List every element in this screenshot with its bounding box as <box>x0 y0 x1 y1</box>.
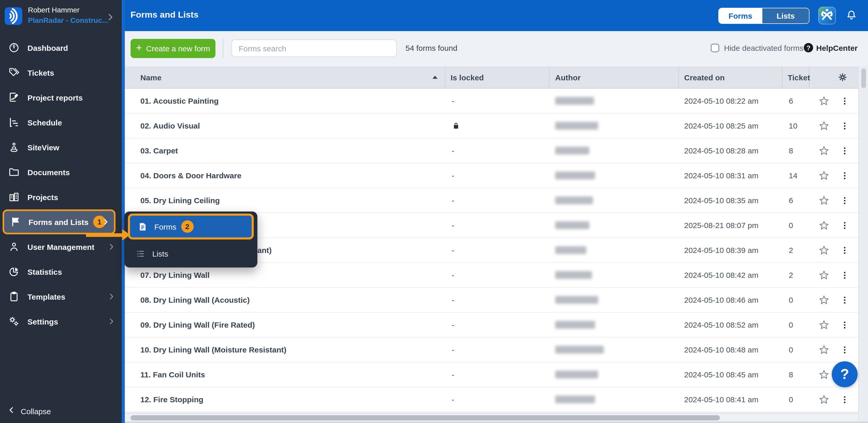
sidebar-item-tickets[interactable]: Tickets <box>0 60 122 85</box>
help-question-icon[interactable]: ? <box>804 43 813 52</box>
sidebar-item-schedule[interactable]: Schedule <box>0 110 122 135</box>
toggle-lists[interactable]: Lists <box>762 8 809 23</box>
helpcenter-link[interactable]: HelpCenter <box>816 44 858 52</box>
form-name[interactable]: 01. Acoustic Painting <box>125 96 219 105</box>
row-menu-kebab-icon[interactable] <box>840 269 849 281</box>
planradar-connect-icon[interactable] <box>818 7 836 24</box>
sidebar-item-label: Projects <box>27 193 58 201</box>
row-menu-kebab-icon[interactable] <box>840 394 849 405</box>
cell-created-on: 2024-05-10 08:31 am <box>679 163 782 188</box>
account-switcher[interactable]: Robert Hammer PlanRadar - Construc... <box>0 0 122 35</box>
row-menu-kebab-icon[interactable] <box>840 220 849 231</box>
toggle-forms[interactable]: Forms <box>719 8 762 23</box>
sidebar: Robert Hammer PlanRadar - Construc... Da… <box>0 0 122 423</box>
table-row[interactable]: 02. Audio Visual 2024-05-10 08:25 am 10 <box>125 114 858 138</box>
cell-name: 01. Acoustic Painting <box>125 89 445 113</box>
form-name[interactable]: 03. Carpet <box>125 146 178 155</box>
table-row[interactable]: 09. Dry Lining Wall (Fire Rated) - 2024-… <box>125 313 858 337</box>
table-row[interactable]: 12. Fire Stopping - 2024-05-10 08:41 am … <box>125 387 858 412</box>
sidebar-item-statistics[interactable]: Statistics <box>0 259 122 284</box>
form-name[interactable]: 10. Dry Lining Wall (Moisture Resistant) <box>125 345 286 354</box>
row-menu-kebab-icon[interactable] <box>840 120 849 132</box>
row-menu-kebab-icon[interactable] <box>840 95 849 107</box>
sidebar-item-documents[interactable]: Documents <box>0 160 122 185</box>
create-button-label: Create a new form <box>146 44 210 53</box>
horizontal-scrollbar[interactable] <box>125 413 858 421</box>
app: Robert Hammer PlanRadar - Construc... Da… <box>0 0 868 423</box>
favorite-star-icon[interactable] <box>818 170 830 181</box>
sidebar-item-forms-and-lists[interactable]: Forms and Lists 1 <box>3 209 116 234</box>
flyout-item-forms[interactable]: Forms 2 <box>128 214 254 239</box>
sidebar-item-settings[interactable]: Settings <box>0 309 122 334</box>
notifications-bell-icon[interactable] <box>845 9 858 22</box>
sidebar-item-label: Statistics <box>27 267 62 276</box>
row-menu-kebab-icon[interactable] <box>840 344 849 355</box>
flyout-lists-label: Lists <box>152 249 168 258</box>
column-header-created-on[interactable]: Created on <box>679 66 782 88</box>
column-header-name[interactable]: Name <box>125 66 445 88</box>
favorite-star-icon[interactable] <box>818 369 830 380</box>
form-name[interactable]: 07. Dry Lining Wall <box>125 271 210 279</box>
sidebar-item-siteview[interactable]: SiteView <box>0 135 122 160</box>
cell-ticket-count: 14 <box>782 163 809 188</box>
favorite-star-icon[interactable] <box>818 120 830 132</box>
row-menu-kebab-icon[interactable] <box>840 319 849 331</box>
form-name[interactable]: 05. Dry Lining Ceiling <box>125 196 220 205</box>
sidebar-collapse-button[interactable]: Collapse <box>7 406 51 416</box>
vertical-scrollbar-thumb[interactable] <box>861 68 866 88</box>
table-row[interactable]: 10. Dry Lining Wall (Moisture Resistant)… <box>125 337 858 362</box>
vertical-scrollbar[interactable] <box>858 66 868 421</box>
clipboard-icon <box>8 291 20 302</box>
favorite-star-icon[interactable] <box>818 145 830 156</box>
cell-is-locked: - <box>445 89 550 113</box>
horizontal-scrollbar-thumb[interactable] <box>130 415 720 420</box>
sidebar-item-project-reports[interactable]: Project reports <box>0 85 122 110</box>
ticket-count: 10 <box>789 121 797 130</box>
table-row[interactable]: 01. Acoustic Painting - 2024-05-10 08:22… <box>125 89 858 114</box>
column-settings-gear-icon[interactable] <box>837 72 848 82</box>
form-name[interactable]: 11. Fan Coil Units <box>125 370 205 379</box>
favorite-star-icon[interactable] <box>818 344 830 355</box>
forms-lists-toggle: Forms Lists <box>718 8 809 24</box>
table-row[interactable]: 08. Dry Lining Wall (Acoustic) - 2024-05… <box>125 288 858 313</box>
sidebar-item-templates[interactable]: Templates <box>0 284 122 309</box>
sidebar-item-dashboard[interactable]: Dashboard <box>0 35 122 60</box>
floating-help-button[interactable]: ? <box>832 361 858 387</box>
row-menu-kebab-icon[interactable] <box>840 195 849 206</box>
forms-search-input[interactable] <box>231 39 397 57</box>
form-name[interactable]: 09. Dry Lining Wall (Fire Rated) <box>125 320 255 329</box>
table-row[interactable]: 04. Doors & Door Hardware - 2024-05-10 0… <box>125 163 858 188</box>
hide-deactivated-checkbox[interactable] <box>711 44 719 52</box>
column-header-is-locked[interactable]: Is locked <box>445 66 550 88</box>
flyout-item-lists[interactable]: Lists <box>128 243 254 264</box>
form-name[interactable]: 12. Fire Stopping <box>125 395 203 404</box>
row-menu-kebab-icon[interactable] <box>840 294 849 306</box>
create-new-form-button[interactable]: + Create a new form <box>130 39 215 58</box>
cell-ticket-count: 0 <box>782 337 809 362</box>
favorite-star-icon[interactable] <box>818 220 830 231</box>
sidebar-scrollbar[interactable] <box>122 0 125 423</box>
favorite-star-icon[interactable] <box>818 95 830 107</box>
created-value: 2024-05-10 08:41 am <box>684 395 758 404</box>
favorite-star-icon[interactable] <box>818 319 830 331</box>
table-row[interactable]: 11. Fan Coil Units - 2024-05-10 08:45 am… <box>125 362 858 387</box>
column-header-ticket[interactable]: Ticket <box>782 66 809 88</box>
row-menu-kebab-icon[interactable] <box>840 145 849 156</box>
table-row[interactable]: 05. Dry Lining Ceiling - 2024-05-10 08:3… <box>125 188 858 213</box>
form-name[interactable]: 02. Audio Visual <box>125 121 200 130</box>
favorite-star-icon[interactable] <box>818 195 830 206</box>
row-menu-kebab-icon[interactable] <box>840 170 849 181</box>
sidebar-item-projects[interactable]: Projects <box>0 185 122 209</box>
form-name[interactable]: 04. Doors & Door Hardware <box>125 171 241 180</box>
cell-ticket-count: 6 <box>782 188 809 213</box>
table-row[interactable]: 03. Carpet - 2024-05-10 08:28 am 8 <box>125 138 858 163</box>
favorite-star-icon[interactable] <box>818 245 830 256</box>
form-name[interactable]: 08. Dry Lining Wall (Acoustic) <box>125 295 250 304</box>
hide-deactivated-label[interactable]: Hide deactivated forms <box>724 44 804 52</box>
favorite-star-icon[interactable] <box>818 394 830 405</box>
row-menu-kebab-icon[interactable] <box>840 245 849 256</box>
sidebar-item-user-management[interactable]: User Management <box>0 234 122 259</box>
favorite-star-icon[interactable] <box>818 294 830 306</box>
favorite-star-icon[interactable] <box>818 269 830 281</box>
column-header-author[interactable]: Author <box>550 66 679 88</box>
